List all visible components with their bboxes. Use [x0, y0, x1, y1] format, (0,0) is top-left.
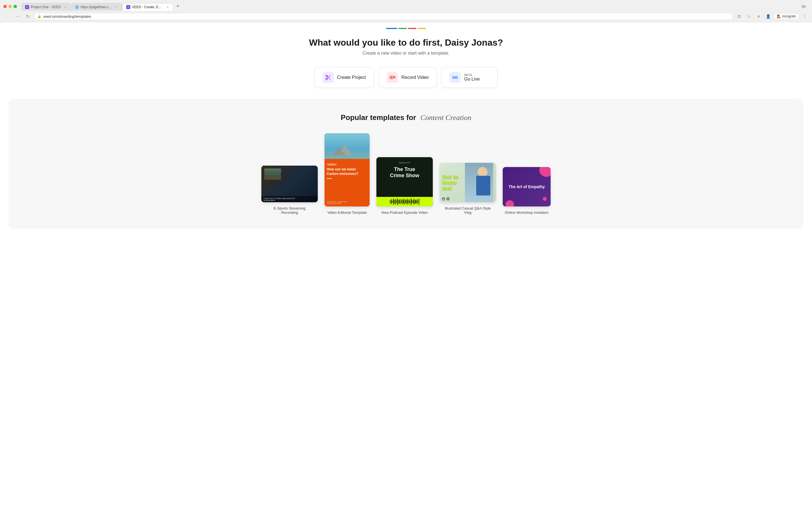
traffic-lights [3, 5, 17, 8]
template-card-podcast[interactable]: Episode #14 The TrueCrime Show [376, 157, 433, 215]
svg-line-4 [327, 76, 328, 77]
esports-background: Follow me on Twitter @streamerGG [261, 166, 318, 202]
tab-title: VEED - Create, Edit & Share V... [132, 5, 163, 9]
forward-button[interactable]: → [13, 12, 21, 20]
accent-seg-red [408, 28, 416, 29]
podcast-episode: Episode #14 [378, 159, 430, 164]
profile-icon[interactable]: 👤 [764, 12, 772, 20]
menu-button[interactable]: ⋮ [801, 12, 809, 20]
accent-seg-yellow [417, 28, 426, 29]
template-thumbnail-esports: Follow me on Twitter @streamerGG [261, 166, 318, 202]
record-video-button[interactable]: Record Video [378, 67, 437, 88]
page-content: What would you like to do first, Daisy J… [0, 22, 812, 507]
incognito-badge[interactable]: 🕵 Incognito [774, 13, 799, 19]
bookmark-icon[interactable]: ☆ [745, 12, 753, 20]
tab-favicon: 🌐 [75, 5, 79, 9]
workshop-background: The Art of Empathy [503, 167, 551, 207]
new-tab-button[interactable]: + [174, 2, 182, 10]
record-icon [387, 72, 398, 83]
browser-chrome: V Project One - VEED × 🌐 https://pageflo… [0, 0, 812, 22]
cast-icon[interactable]: ⊡ [735, 12, 743, 20]
tab-strip-expand-button[interactable]: ≫ [801, 3, 809, 10]
editorial-background: Explainer How can we lowerCarbon emissio… [324, 133, 370, 207]
tab-title: https://pageflows.com/_/emai... [81, 5, 112, 9]
workshop-circle-medium [506, 200, 514, 207]
incognito-icon: 🕵 [777, 14, 781, 18]
go-live-label: Go Live [464, 76, 479, 82]
template-card-vlog[interactable]: Get toknowme! ▶ × Illustrate [440, 163, 496, 215]
svg-point-6 [391, 77, 392, 78]
tab-project-one[interactable]: V Project One - VEED × [21, 3, 71, 11]
create-project-label: Create Project [337, 75, 366, 80]
template-card-esports[interactable]: Follow me on Twitter @streamerGG E-Sport… [261, 166, 318, 215]
beta-badge: BETA [464, 73, 472, 76]
incognito-label: Incognito [782, 14, 796, 18]
tab-close-button[interactable]: × [166, 5, 170, 9]
action-buttons: Create Project Record Video [0, 67, 812, 99]
accent-seg-green [398, 28, 407, 29]
minimize-window-button[interactable] [8, 5, 12, 8]
workshop-circle-large [539, 167, 551, 177]
go-live-button[interactable]: BETA Go Live [441, 67, 498, 88]
template-card-editorial[interactable]: Explainer How can we lowerCarbon emissio… [324, 133, 370, 215]
templates-heading-prefix: Popular templates for [341, 113, 416, 122]
reload-button[interactable]: ↻ [24, 12, 32, 20]
hero-section: What would you like to do first, Daisy J… [0, 29, 812, 67]
workshop-circle-small [543, 197, 547, 201]
url-text: veed.io/onboarding/templates [43, 14, 729, 18]
template-label-podcast: New Podcast Episode Video [382, 210, 428, 215]
security-icon: 🔒 [38, 15, 42, 18]
create-project-button[interactable]: Create Project [314, 67, 374, 88]
tab-close-button[interactable]: × [114, 5, 118, 9]
browser-toolbar: ← → ↻ 🔒 veed.io/onboarding/templates ⊡ ☆… [0, 11, 812, 22]
scissors-icon [322, 72, 334, 83]
templates-section: Popular templates for Content Creation [8, 99, 804, 229]
template-thumbnail-vlog: Get toknowme! ▶ × [440, 163, 496, 202]
template-label-vlog: Illustrated Casual Q&A Style Vlog [444, 206, 492, 215]
vlog-background: Get toknowme! ▶ × [440, 163, 496, 202]
tabs-bar: V Project One - VEED × 🌐 https://pageflo… [21, 2, 182, 11]
top-accent [0, 22, 812, 29]
templates-heading: Popular templates for Content Creation [26, 113, 786, 122]
address-bar[interactable]: 🔒 veed.io/onboarding/templates [34, 13, 733, 20]
tab-veed-active[interactable]: V VEED - Create, Edit & Share V... × [123, 3, 173, 11]
reading-list-icon[interactable]: ≡ [755, 12, 762, 20]
maximize-window-button[interactable] [13, 5, 17, 8]
tab-favicon: V [25, 5, 29, 9]
templates-heading-cursive: Content Creation [420, 114, 471, 122]
tab-title: Project One - VEED [31, 5, 61, 9]
svg-point-1 [326, 78, 327, 80]
toolbar-right: ⊡ ☆ ≡ 👤 🕵 Incognito ⋮ [735, 12, 809, 20]
hero-title: What would you like to do first, Daisy J… [6, 38, 806, 48]
template-thumbnail-podcast: Episode #14 The TrueCrime Show [376, 157, 433, 207]
tab-favicon: V [126, 5, 130, 9]
accent-seg-blue [386, 28, 397, 29]
podcast-background: Episode #14 The TrueCrime Show [376, 157, 433, 207]
template-label-workshop: Online Workshop Invitation [505, 210, 548, 215]
close-window-button[interactable] [3, 5, 7, 8]
podcast-title: The TrueCrime Show [378, 166, 430, 179]
tab-pageflows[interactable]: 🌐 https://pageflows.com/_/emai... × [71, 3, 122, 11]
go-live-label-stack: BETA Go Live [464, 73, 479, 82]
record-video-label: Record Video [402, 75, 429, 80]
svg-line-3 [329, 78, 330, 79]
live-icon [449, 72, 461, 83]
tab-close-button[interactable]: × [63, 5, 67, 9]
svg-point-7 [455, 76, 456, 78]
template-label-editorial: Video Editorial Template [327, 210, 367, 215]
template-card-workshop[interactable]: The Art of Empathy Online Workshop Invit… [503, 167, 551, 215]
svg-point-0 [326, 75, 327, 77]
browser-titlebar: V Project One - VEED × 🌐 https://pageflo… [0, 0, 812, 11]
hero-subtitle: Create a new video or start with a templ… [6, 51, 806, 56]
workshop-title: The Art of Empathy [509, 184, 545, 189]
template-thumbnail-workshop: The Art of Empathy [503, 167, 551, 207]
templates-grid: Follow me on Twitter @streamerGG E-Sport… [26, 133, 786, 215]
template-label-esports: E-Sports Streaming Recording [266, 206, 313, 215]
template-thumbnail-editorial: Explainer How can we lowerCarbon emissio… [324, 133, 370, 207]
back-button[interactable]: ← [3, 12, 11, 20]
accent-bar [386, 28, 426, 29]
